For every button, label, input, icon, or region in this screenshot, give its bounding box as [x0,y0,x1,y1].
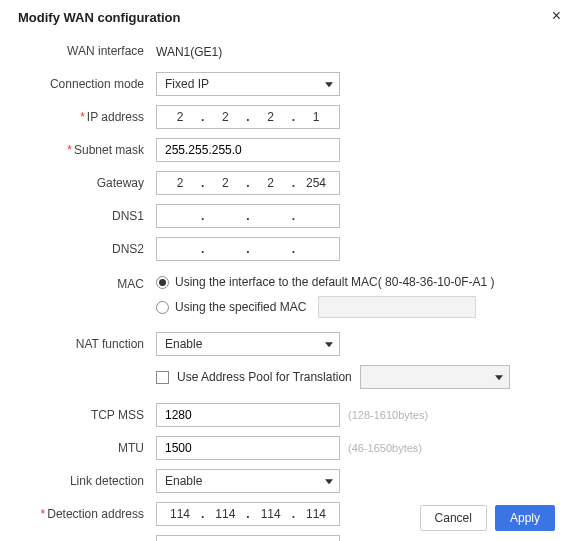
ip-octet[interactable]: 2 [161,176,199,190]
ip-octet[interactable]: 2 [161,110,199,124]
ip-octet[interactable]: 114 [297,507,335,521]
ip-octet[interactable]: 1 [297,110,335,124]
ip-octet[interactable]: 2 [252,110,290,124]
ip-address-input[interactable]: 2. 2. 2. 1 [156,105,340,129]
subnet-mask-input[interactable] [156,138,340,162]
ip-octet[interactable] [206,209,244,223]
ip-octet[interactable] [161,242,199,256]
ip-octet[interactable]: 254 [297,176,335,190]
mac-specified-label: Using the specified MAC [175,300,306,314]
ip-octet[interactable] [161,209,199,223]
mac-default-label: Using the interface to the default MAC( … [175,275,495,289]
label-mtu: MTU [18,441,156,455]
use-pool-checkbox[interactable] [156,371,169,384]
detection-interval-input[interactable] [156,535,340,541]
label-detection-address: *Detection address [18,507,156,521]
use-pool-label: Use Address Pool for Translation [177,370,352,384]
tcp-mss-input[interactable] [156,403,340,427]
close-icon[interactable]: × [552,8,561,24]
label-dns2: DNS2 [18,242,156,256]
label-wan-interface: WAN interface [18,44,156,58]
cancel-button[interactable]: Cancel [420,505,487,531]
ip-octet[interactable]: 2 [206,176,244,190]
nat-function-select[interactable]: Enable [156,332,340,356]
mtu-hint: (46-1650bytes) [348,442,422,454]
dns1-input[interactable]: . . . [156,204,340,228]
connection-mode-selected: Fixed IP [165,77,209,91]
label-subnet-mask: *Subnet mask [18,143,156,157]
gateway-input[interactable]: 2. 2. 2. 254 [156,171,340,195]
wan-config-form: WAN interface WAN1(GE1) Connection mode … [18,39,555,541]
dialog-buttons: Cancel Apply [420,505,555,531]
radio-icon [156,301,169,314]
ip-octet[interactable]: 114 [206,507,244,521]
label-mac: MAC [18,275,156,291]
tcp-mss-hint: (128-1610bytes) [348,409,428,421]
label-ip-address: *IP address [18,110,156,124]
detection-address-input[interactable]: 114. 114. 114. 114 [156,502,340,526]
ip-octet[interactable] [297,209,335,223]
label-link-detection: Link detection [18,474,156,488]
label-nat-function: NAT function [18,337,156,351]
ip-octet[interactable] [252,242,290,256]
wan-interface-value: WAN1(GE1) [156,44,222,59]
ip-octet[interactable] [206,242,244,256]
mtu-input[interactable] [156,436,340,460]
connection-mode-select[interactable]: Fixed IP [156,72,340,96]
ip-octet[interactable]: 114 [161,507,199,521]
label-dns1: DNS1 [18,209,156,223]
nat-function-selected: Enable [165,337,202,351]
ip-octet[interactable]: 2 [252,176,290,190]
ip-octet[interactable]: 114 [252,507,290,521]
ip-octet[interactable]: 2 [206,110,244,124]
mac-specified-input [318,296,476,318]
ip-octet[interactable] [252,209,290,223]
link-detection-select[interactable]: Enable [156,469,340,493]
dns2-input[interactable]: . . . [156,237,340,261]
label-connection-mode: Connection mode [18,77,156,91]
address-pool-select [360,365,510,389]
label-tcp-mss: TCP MSS [18,408,156,422]
radio-icon [156,276,169,289]
mac-default-radio[interactable]: Using the interface to the default MAC( … [156,275,495,289]
label-gateway: Gateway [18,176,156,190]
mac-specified-radio[interactable]: Using the specified MAC [156,296,495,318]
apply-button[interactable]: Apply [495,505,555,531]
modal-title: Modify WAN configuration [18,10,555,25]
link-detection-selected: Enable [165,474,202,488]
ip-octet[interactable] [297,242,335,256]
